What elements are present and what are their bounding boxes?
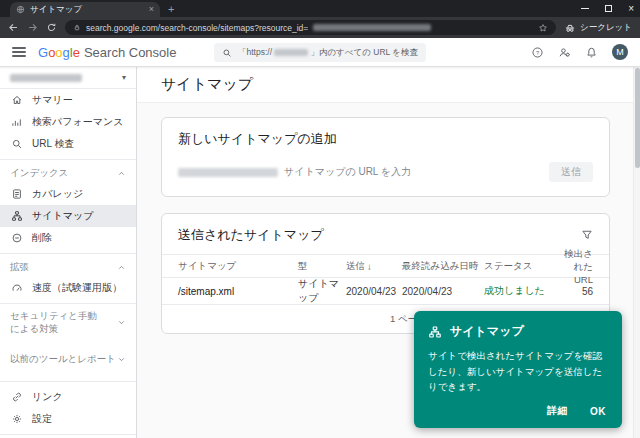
divider <box>0 434 136 435</box>
inspect-url-search-box[interactable]: 「https:// 」内のすべての URL を検査 <box>214 43 426 62</box>
window-maximize-button[interactable] <box>605 5 612 12</box>
chevron-down-icon: ▾ <box>122 73 126 82</box>
incognito-label: シークレット <box>580 22 632 34</box>
chevron-up-icon <box>117 169 126 178</box>
address-bar[interactable]: search.google.com/search-console/sitemap… <box>65 20 556 35</box>
property-selector[interactable]: ▾ <box>0 67 136 89</box>
sidebar-item-performance[interactable]: 検索パフォーマンス <box>0 111 136 133</box>
column-header-sorted[interactable]: 送信 ↓ <box>346 260 402 273</box>
sidebar-section-legacy-tools[interactable]: 以前のツールとレポート <box>0 350 136 369</box>
sidebar-section-enhancements[interactable]: 拡張 <box>0 258 136 277</box>
home-icon <box>10 94 23 106</box>
tab-favicon-globe-icon <box>16 5 25 14</box>
help-icon[interactable]: ? <box>531 46 544 59</box>
sidebar: ▾ サマリー 検索パフォーマンス URL 検査 <box>0 67 137 438</box>
new-tab-button[interactable]: + <box>168 4 174 15</box>
popup-title: サイトマップ <box>450 323 524 340</box>
redacted-site-url-prefix <box>178 168 278 177</box>
cell-submitted-date: 2020/04/23 <box>346 286 402 297</box>
sidebar-item-settings[interactable]: 設定 <box>0 408 136 430</box>
sidebar-section-security[interactable]: セキュリティと手動による対策 <box>0 308 136 338</box>
main-content: サイトマップ 新しいサイトマップの追加 サイトマップの URL を入力 送信 送… <box>137 67 640 438</box>
incognito-badge: シークレット <box>564 22 632 34</box>
logo-product: Search Console <box>84 45 177 60</box>
link-icon <box>10 391 23 403</box>
submitted-sitemaps-title: 送信されたサイトマップ <box>178 226 581 244</box>
column-header[interactable]: 型 <box>298 260 346 273</box>
account-avatar[interactable]: M <box>612 44 628 60</box>
sidebar-item-sitemaps[interactable]: サイトマップ <box>0 205 136 227</box>
sidebar-item-label: リンク <box>32 390 63 404</box>
sort-desc-icon: ↓ <box>367 261 372 272</box>
table-row[interactable]: /sitemap.xml サイトマップ 2020/04/23 2020/04/2… <box>162 278 609 305</box>
tab-close-icon[interactable]: × <box>149 5 154 14</box>
add-sitemap-card: 新しいサイトマップの追加 サイトマップの URL を入力 送信 <box>161 117 610 197</box>
user-settings-icon[interactable] <box>558 46 571 59</box>
coverage-icon <box>10 188 23 200</box>
bookmark-star-icon[interactable] <box>538 23 548 33</box>
forward-button[interactable] <box>27 22 38 33</box>
column-header[interactable]: 検出された URL <box>564 248 609 285</box>
sidebar-section-index[interactable]: インデックス <box>0 164 136 183</box>
browser-toolbar: search.google.com/search-console/sitemap… <box>0 17 640 38</box>
column-header[interactable]: サイトマップ <box>162 260 298 273</box>
sidebar-item-label: 検索パフォーマンス <box>32 115 123 129</box>
back-button[interactable] <box>8 22 19 33</box>
incognito-icon <box>564 22 576 34</box>
submit-button[interactable]: 送信 <box>549 162 593 182</box>
performance-icon <box>10 116 23 128</box>
page-title-band: サイトマップ <box>137 67 640 103</box>
sidebar-item-label: URL 検査 <box>32 137 74 151</box>
cell-sitemap-path[interactable]: /sitemap.xml <box>162 286 298 297</box>
vertical-scrollbar[interactable] <box>633 67 640 438</box>
divider <box>0 253 136 254</box>
sidebar-item-overview[interactable]: サマリー <box>0 89 136 111</box>
column-header[interactable]: 最終読み込み日時 <box>402 260 484 273</box>
sidebar-item-label: サイトマップ <box>32 209 93 223</box>
logo-google: Google <box>38 45 80 60</box>
details-button[interactable]: 詳細 <box>547 404 568 418</box>
window-close-button[interactable]: × <box>628 4 634 14</box>
removals-icon <box>10 232 23 244</box>
browser-tab[interactable]: サイトマップ × <box>10 2 160 17</box>
browser-window: サイトマップ × + × search.google.com/search-co… <box>0 0 640 438</box>
sidebar-item-label: カバレッジ <box>32 187 83 201</box>
divider <box>0 303 136 304</box>
sidebar-item-speed[interactable]: 速度（試験運用版） <box>0 277 136 299</box>
cell-status: 成功しました <box>484 284 564 298</box>
cell-discovered-urls: 56 <box>564 286 609 297</box>
sidebar-item-removals[interactable]: 削除 <box>0 227 136 249</box>
sidebar-item-url-inspection[interactable]: URL 検査 <box>0 133 136 155</box>
gear-icon <box>10 413 23 425</box>
sidebar-item-links[interactable]: リンク <box>0 386 136 408</box>
sidebar-item-label: 設定 <box>32 412 52 426</box>
column-header[interactable]: ステータス <box>484 260 564 273</box>
sitemap-icon <box>428 325 442 339</box>
browser-tab-strip: サイトマップ × + × <box>0 0 640 17</box>
popup-body-text: サイトで検出されたサイトマップを確認したり、新しいサイトマップを送信したりできま… <box>428 348 608 394</box>
search-console-logo[interactable]: Google Search Console <box>38 45 176 60</box>
sidebar-item-coverage[interactable]: カバレッジ <box>0 183 136 205</box>
window-minimize-button[interactable] <box>581 8 589 9</box>
search-console-header: Google Search Console 「https:// 」内のすべての … <box>0 38 640 67</box>
speed-icon <box>10 282 23 294</box>
notifications-bell-icon[interactable] <box>585 46 598 59</box>
filter-icon[interactable] <box>581 229 593 241</box>
divider <box>0 381 136 382</box>
redacted-property-name <box>10 74 82 82</box>
reload-button[interactable] <box>46 22 57 33</box>
hamburger-menu-icon[interactable] <box>12 47 26 57</box>
ok-button[interactable]: OK <box>590 404 606 418</box>
page-title: サイトマップ <box>161 75 253 94</box>
scrollbar-thumb[interactable] <box>635 68 640 168</box>
url-text: search.google.com/search-console/sitemap… <box>86 23 308 33</box>
sitemaps-help-popup: サイトマップ サイトで検出されたサイトマップを確認したり、新しいサイトマップを送… <box>414 311 622 428</box>
svg-text:?: ? <box>536 49 539 55</box>
cell-last-read-date: 2020/04/23 <box>402 286 484 297</box>
chevron-down-icon <box>117 355 126 364</box>
sitemap-url-input[interactable]: サイトマップの URL を入力 <box>284 165 543 179</box>
chevron-up-icon <box>117 263 126 272</box>
sidebar-item-label: サマリー <box>32 93 73 107</box>
add-sitemap-title: 新しいサイトマップの追加 <box>178 130 593 148</box>
redacted-property-url <box>274 49 308 56</box>
